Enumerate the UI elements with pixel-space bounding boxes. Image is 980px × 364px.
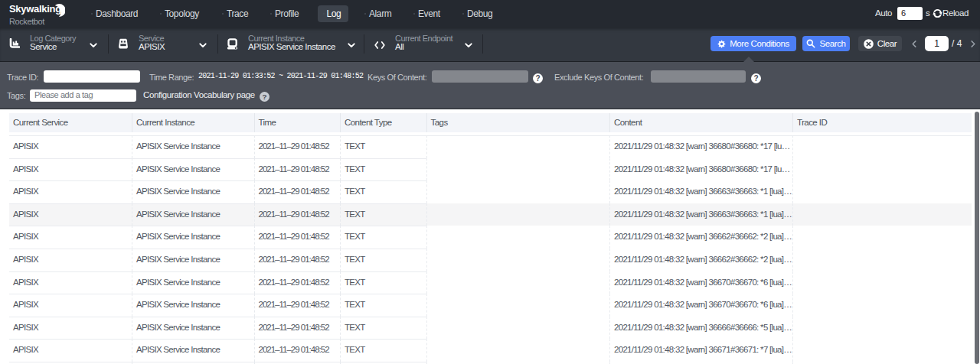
svg-text:?: ? (262, 93, 266, 101)
svg-text:?: ? (535, 73, 540, 82)
svg-text:?: ? (753, 73, 758, 82)
